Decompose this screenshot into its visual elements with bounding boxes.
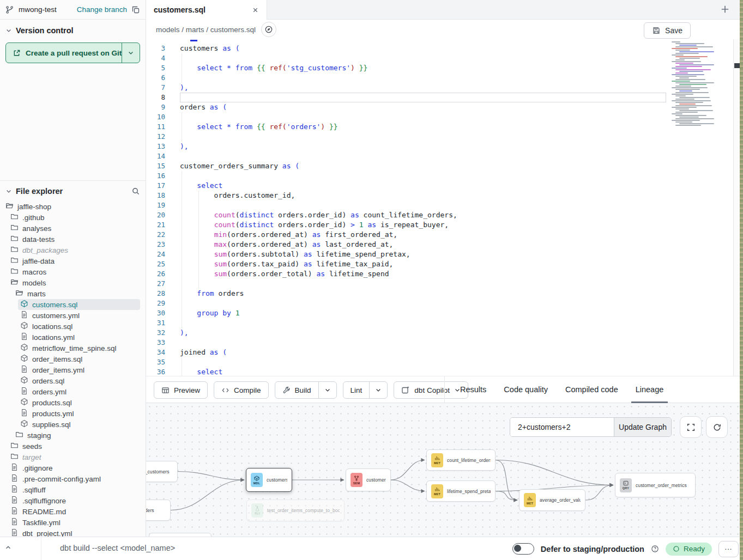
code-line-27[interactable]: 27 bbox=[146, 279, 740, 289]
tree-item--sqlfluffignore[interactable]: .sqlfluffignore bbox=[0, 495, 146, 506]
lineage-node-customers-model[interactable]: MDLcustomers bbox=[246, 468, 292, 492]
code-line-23[interactable]: 23 max(orders.ordered_at) as last_ordere… bbox=[146, 240, 740, 249]
tree-item-macros[interactable]: macros bbox=[0, 266, 146, 277]
code-line-25[interactable]: 25 sum(orders.tax_paid) as lifetime_tax_… bbox=[146, 259, 740, 269]
tree-item--github[interactable]: .github bbox=[0, 212, 146, 223]
create-pr-main[interactable]: Create a pull request on Git... bbox=[6, 43, 122, 63]
defer-toggle[interactable] bbox=[512, 543, 534, 555]
code-line-10[interactable]: 10 bbox=[146, 112, 740, 122]
copy-icon[interactable] bbox=[131, 5, 140, 14]
code-line-24[interactable]: 24 sum(orders.subtotal) as lifetime_spen… bbox=[146, 249, 740, 259]
code-line-29[interactable]: 29 bbox=[146, 299, 740, 308]
lineage-node-count-lifetime-orders[interactable]: METcount_lifetime_orders bbox=[426, 449, 496, 471]
code-line-12[interactable]: 12 bbox=[146, 132, 740, 142]
tree-item--gitignore[interactable]: .gitignore bbox=[0, 462, 146, 473]
code-line-32[interactable]: 32), bbox=[146, 328, 740, 338]
tree-item-seeds[interactable]: seeds bbox=[0, 441, 146, 452]
create-pr-dropdown[interactable] bbox=[122, 43, 140, 63]
tree-item-dbt-packages[interactable]: dbt_packages bbox=[0, 245, 146, 255]
tree-item-models[interactable]: models bbox=[0, 277, 146, 288]
tree-item-locations-yml[interactable]: locations.yml bbox=[0, 332, 146, 343]
lineage-selector-input[interactable] bbox=[510, 418, 614, 436]
refresh-button[interactable] bbox=[706, 416, 728, 438]
tree-item-locations-sql[interactable]: locations.sql bbox=[0, 321, 146, 332]
create-pr-button[interactable]: Create a pull request on Git... bbox=[5, 42, 140, 63]
tree-item-customers-sql[interactable]: customers.sql bbox=[0, 299, 146, 310]
lineage-node-orders[interactable]: MDLorders bbox=[146, 500, 171, 521]
code-line-34[interactable]: 34joined as ( bbox=[146, 348, 740, 357]
minimap[interactable] bbox=[672, 41, 714, 126]
code-line-8[interactable]: 8 bbox=[146, 93, 740, 102]
lint-dropdown[interactable] bbox=[369, 382, 387, 398]
code-line-19[interactable]: 19 bbox=[146, 200, 740, 210]
code-line-28[interactable]: 28 from orders bbox=[146, 289, 740, 299]
tree-item-jaffle-shop[interactable]: jaffle-shop bbox=[0, 201, 146, 212]
lint-button[interactable]: Lint bbox=[343, 382, 370, 398]
compass-icon[interactable] bbox=[261, 22, 276, 37]
lineage-node-average-order-value[interactable]: METaverage_order_value bbox=[519, 489, 585, 511]
build-dropdown[interactable] bbox=[318, 382, 336, 398]
tree-item-target[interactable]: target bbox=[0, 452, 146, 462]
code-line-16[interactable]: 16 bbox=[146, 171, 740, 181]
tree-item-metricflow-time-spine-sql[interactable]: metricflow_time_spine.sql bbox=[0, 343, 146, 354]
help-icon[interactable] bbox=[651, 545, 659, 553]
code-line-13[interactable]: 13), bbox=[146, 142, 740, 151]
build-button[interactable]: Build bbox=[275, 382, 318, 398]
new-tab-button[interactable] bbox=[720, 4, 730, 14]
update-graph-button[interactable]: Update Graph bbox=[614, 418, 671, 436]
tree-item--sqlfluff[interactable]: .sqlfluff bbox=[0, 484, 146, 495]
tree-item-products-sql[interactable]: products.sql bbox=[0, 397, 146, 408]
tree-item-supplies-sql[interactable]: supplies.sql bbox=[0, 419, 146, 430]
tree-item-readme-md[interactable]: README.md bbox=[0, 506, 146, 517]
code-line-22[interactable]: 22 min(orders.ordered_at) as first_order… bbox=[146, 230, 740, 240]
lineage-node-customers-semantic[interactable]: SEMcustomers bbox=[346, 468, 391, 491]
tree-item-marts[interactable]: marts bbox=[0, 288, 146, 299]
code-line-33[interactable]: 33 bbox=[146, 338, 740, 348]
code-line-9[interactable]: 9orders as ( bbox=[146, 102, 740, 112]
tree-item-taskfile-yml[interactable]: Taskfile.yml bbox=[0, 517, 146, 528]
lineage-node-lifetime-spend-pretax[interactable]: METlifetime_spend_pretax bbox=[426, 480, 496, 502]
version-control-header[interactable]: Version control bbox=[0, 20, 146, 40]
file-explorer-header[interactable]: File explorer bbox=[0, 181, 146, 200]
tree-item-staging[interactable]: staging bbox=[0, 430, 146, 441]
command-input[interactable]: dbt build --select <model_name> bbox=[60, 544, 175, 552]
tree-item-orders-yml[interactable]: orders.yml bbox=[0, 386, 146, 397]
code-line-17[interactable]: 17 select bbox=[146, 181, 740, 191]
tree-item-customers-yml[interactable]: customers.yml bbox=[0, 310, 146, 321]
code-line-21[interactable]: 21 count(distinct orders.order_id) > 1 a… bbox=[146, 220, 740, 230]
save-button[interactable]: Save bbox=[644, 22, 691, 39]
more-options-button[interactable]: ... bbox=[718, 541, 739, 557]
code-line-3[interactable]: 3customers as ( bbox=[146, 44, 740, 53]
chevron-up-icon[interactable] bbox=[4, 544, 12, 551]
code-line-36[interactable]: 36 select bbox=[146, 367, 740, 376]
tree-item-order-items-yml[interactable]: order_items.yml bbox=[0, 364, 146, 375]
code-line-20[interactable]: 20 count(distinct orders.order_id) as co… bbox=[146, 210, 740, 220]
code-line-15[interactable]: 15customer_orders_summary as ( bbox=[146, 161, 740, 171]
panel-tab-compiled-code[interactable]: Compiled code bbox=[557, 376, 627, 403]
panel-tab-results[interactable]: Results bbox=[451, 376, 495, 403]
lineage-node-test-order-items[interactable]: TSTtest_order_items_compute_to_bools... bbox=[246, 500, 345, 521]
code-line-4[interactable]: 4 bbox=[146, 53, 740, 63]
editor-scrollbar[interactable] bbox=[733, 39, 740, 376]
code-line-14[interactable]: 14 bbox=[146, 151, 740, 161]
tree-item-data-tests[interactable]: data-tests bbox=[0, 234, 146, 245]
tree-item--pre-commit-config-yaml[interactable]: .pre-commit-config.yaml bbox=[0, 473, 146, 484]
code-line-26[interactable]: 26 sum(orders.order_total) as lifetime_s… bbox=[146, 269, 740, 279]
lineage-node-partial-node[interactable] bbox=[149, 533, 212, 537]
lineage-canvas[interactable]: MDLstg_customersMDLordersMDLcustomersTST… bbox=[146, 403, 740, 537]
tree-item-dbt-project-yml[interactable]: dbt_project.yml bbox=[0, 528, 146, 537]
panel-tab-code-quality[interactable]: Code quality bbox=[495, 376, 557, 403]
compile-button[interactable]: Compile bbox=[214, 381, 269, 399]
close-icon[interactable] bbox=[252, 7, 259, 14]
tree-item-orders-sql[interactable]: orders.sql bbox=[0, 375, 146, 386]
code-line-18[interactable]: 18 orders.customer_id, bbox=[146, 191, 740, 200]
code-line-31[interactable]: 31 bbox=[146, 318, 740, 328]
preview-button[interactable]: Preview bbox=[154, 381, 208, 399]
code-line-6[interactable]: 6 bbox=[146, 73, 740, 83]
scrollbar-thumb[interactable] bbox=[734, 63, 740, 68]
change-branch-link[interactable]: Change branch bbox=[77, 5, 127, 14]
code-line-7[interactable]: 7), bbox=[146, 83, 740, 93]
tree-item-jaffle-data[interactable]: jaffle-data bbox=[0, 255, 146, 266]
code-line-5[interactable]: 5 select * from {{ ref('stg_customers') … bbox=[146, 63, 740, 73]
lineage-node-customer-order-metrics[interactable]: QRYcustomer_order_metrics bbox=[615, 473, 696, 497]
